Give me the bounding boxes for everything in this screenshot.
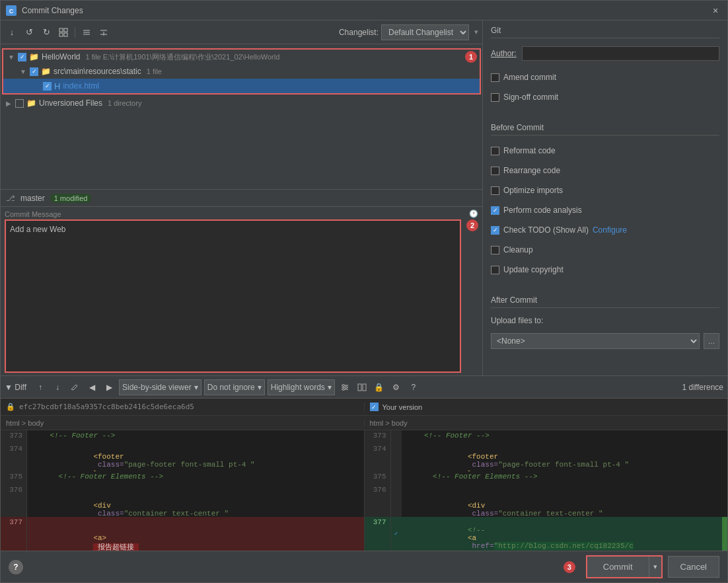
perform-checkbox[interactable]: ✓ — [491, 206, 499, 215]
viewer-dropdown[interactable]: Side-by-side viewer ▾ — [119, 379, 201, 395]
line-num-left: 374 — [1, 444, 27, 471]
line-num-left: 376 — [1, 485, 27, 517]
commit-message-area: Commit Message 🕐 Add a new Web 2 — [1, 207, 482, 375]
optimize-checkbox[interactable] — [491, 186, 499, 195]
diff-lines: 373 <!-- Footer --> 373 <!-- Footer --> … — [1, 430, 727, 551]
line-num-right: 373 — [365, 430, 391, 444]
modified-badge: 1 modified — [50, 194, 92, 203]
commit-dropdown-button[interactable]: ▾ — [649, 557, 661, 577]
line-content-left: <div class="container text-center " > — [27, 485, 364, 517]
changelist-select[interactable]: Default Changelist — [381, 24, 469, 40]
author-label: Author: — [491, 49, 517, 58]
diff-up-btn[interactable]: ↑ — [33, 380, 48, 395]
upload-select[interactable]: <None> — [491, 333, 700, 349]
diff-settings-btn[interactable] — [338, 380, 352, 395]
checkbox-unversioned[interactable] — [15, 99, 24, 108]
line-num-right: 375 — [365, 471, 391, 485]
expander-unversioned[interactable]: ▶ — [5, 99, 13, 107]
line-content-right: <footer class="page-footer font-small pt… — [402, 444, 728, 471]
checkbox-helloworld[interactable]: ✓ — [18, 53, 26, 61]
diff-line-row: 375 <!-- Footer Elements --> 375 <!-- Fo… — [1, 471, 727, 485]
tree-item-unversioned[interactable]: ▶ 📁 Unversioned Files 1 directory — [1, 96, 482, 110]
before-commit-title: Before Commit — [491, 123, 719, 136]
svg-rect-3 — [64, 28, 67, 32]
diff-down-btn[interactable]: ↓ — [50, 380, 65, 395]
diff-columns-btn[interactable] — [355, 380, 369, 395]
diff-left-side: 375 <!-- Footer Elements --> — [1, 471, 365, 485]
checkbox-index[interactable]: ✓ — [43, 82, 52, 91]
diff-changed-indicator — [722, 517, 727, 551]
svg-point-16 — [345, 386, 347, 388]
optimize-row: Optimize imports — [491, 183, 719, 198]
diff-right-side: 373 <!-- Footer --> — [365, 430, 728, 444]
line-num-left: 377 — [1, 517, 27, 551]
diff-edit-btn[interactable] — [67, 380, 82, 395]
commit-button-group: Commit ▾ — [586, 555, 663, 578]
diff-lock-btn[interactable]: 🔒 — [372, 380, 386, 395]
group-btn[interactable] — [56, 25, 71, 40]
close-button[interactable]: × — [709, 4, 722, 17]
author-input[interactable] — [522, 46, 719, 61]
diff-left-side: 376 <div class="container text-center " … — [1, 485, 365, 517]
line-content-left: <a> 报告超链接 </a> — [27, 517, 364, 551]
diff-section-label: ▼ Diff — [5, 383, 26, 392]
optimize-label: Optimize imports — [503, 186, 563, 195]
meta-src: 1 file — [147, 67, 162, 75]
rearrange-checkbox[interactable] — [491, 167, 499, 175]
line-content-right: <!-- Footer Elements --> — [402, 471, 728, 485]
viewer-label: Side-by-side viewer — [122, 383, 192, 392]
gutter-check[interactable]: ✓ — [391, 517, 402, 551]
expander-src[interactable]: ▼ — [19, 67, 27, 75]
meta-helloworld: 1 file E:\计算机1901\网络通信编程\作业\2021_02\Hell… — [85, 52, 279, 62]
commit-button[interactable]: Commit — [587, 557, 649, 577]
diff-breadcrumb-right: html > body — [365, 419, 728, 427]
amend-checkbox[interactable] — [491, 73, 499, 82]
expander-helloworld[interactable]: ▼ — [7, 53, 15, 61]
undo-btn[interactable]: ↺ — [22, 25, 36, 40]
tree-item-src[interactable]: ▼ ✓ 📁 src\main\resources\static 1 file — [3, 64, 480, 79]
tree-item-helloworld[interactable]: ▼ ✓ 📁 HelloWorld 1 file E:\计算机1901\网络通信编… — [3, 50, 480, 64]
refresh-btn[interactable]: ↻ — [39, 25, 54, 40]
cleanup-checkbox[interactable] — [491, 246, 499, 254]
label-index: index.html — [63, 81, 99, 91]
todo-row: ✓ Check TODO (Show All) Configure — [491, 223, 719, 237]
upload-more-btn[interactable]: … — [704, 333, 719, 349]
move-down-btn[interactable]: ↓ — [5, 25, 19, 40]
breadcrumb-right-text: html > body — [370, 419, 408, 427]
ignore-dropdown[interactable]: Do not ignore ▾ — [204, 379, 265, 395]
collapse-all-btn[interactable] — [96, 25, 111, 40]
line-content-left: <footer class="page-footer font-small pt… — [27, 444, 364, 471]
line-num-left: 375 — [1, 471, 27, 485]
help-button[interactable]: ? — [9, 560, 23, 574]
signoff-checkbox[interactable] — [491, 93, 499, 102]
cancel-button[interactable]: Cancel — [668, 556, 719, 578]
line-num-right: 377 — [365, 517, 391, 551]
highlight-dropdown[interactable]: Highlight words ▾ — [268, 379, 335, 395]
tree-item-index[interactable]: ✓ H index.html — [3, 79, 480, 93]
diff-prev-btn[interactable]: ◀ — [85, 380, 99, 395]
diff-right-checkbox[interactable]: ✓ — [370, 403, 379, 411]
diff-next-btn[interactable]: ▶ — [102, 380, 116, 395]
breadcrumb-left-text: html > body — [6, 419, 44, 427]
diff-gear-btn[interactable]: ⚙ — [389, 380, 404, 395]
diff-right-side: 376 <div class="container text-center " … — [365, 485, 728, 517]
diff-breadcrumb: html > body html > body — [1, 416, 727, 430]
reformat-checkbox[interactable] — [491, 147, 499, 155]
file-tree: ▼ ✓ 📁 HelloWorld 1 file E:\计算机1901\网络通信编… — [1, 44, 482, 190]
dialog-title: Commit Changes — [22, 6, 704, 15]
configure-link[interactable]: Configure — [593, 225, 627, 235]
todo-checkbox[interactable]: ✓ — [491, 226, 499, 235]
gutter-check — [391, 471, 402, 485]
commit-message-input[interactable]: Add a new Web — [5, 219, 461, 373]
commit-dialog: C Commit Changes × ↓ ↺ ↻ — [0, 0, 728, 583]
copyright-checkbox[interactable] — [491, 266, 499, 274]
rearrange-label: Rearrange code — [503, 166, 560, 175]
gutter-check — [391, 485, 402, 517]
diff-help-btn[interactable]: ? — [406, 380, 421, 395]
reformat-label: Reformat code — [503, 146, 556, 155]
expand-all-btn[interactable] — [79, 25, 94, 40]
checkbox-src[interactable]: ✓ — [30, 67, 38, 76]
todo-label: Check TODO (Show All) — [503, 225, 589, 235]
toolbar-separator — [75, 27, 75, 38]
copyright-row: Update copyright — [491, 262, 719, 277]
